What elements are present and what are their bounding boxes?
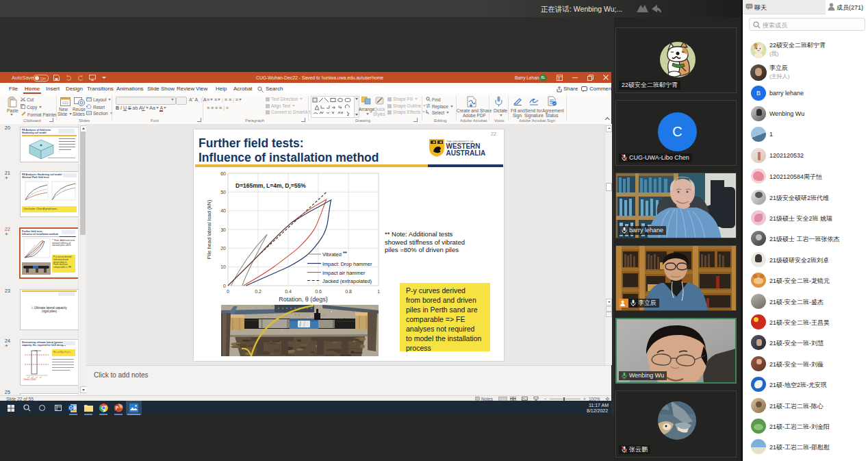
svg-text:D=165mm, L=4m, Dr=55%: D=165mm, L=4m, Dr=55%	[235, 182, 306, 190]
svg-text:40: 40	[220, 208, 226, 213]
svg-text:0: 0	[227, 289, 229, 294]
svg-text:Impact air hammer: Impact air hammer	[322, 270, 366, 276]
svg-text:AUSTRALIA: AUSTRALIA	[446, 149, 486, 157]
svg-text:Jacked (extrapolated): Jacked (extrapolated)	[322, 278, 372, 284]
svg-text:Rotation, θ (degs): Rotation, θ (degs)	[279, 296, 328, 303]
svg-text:20: 20	[220, 246, 226, 251]
svg-text:1: 1	[377, 289, 380, 294]
svg-text:0.6: 0.6	[315, 289, 322, 294]
svg-text:50: 50	[220, 190, 226, 195]
svg-text:P: P	[116, 406, 119, 410]
svg-text:0.2: 0.2	[255, 289, 261, 294]
svg-text:Impact: Drop hammer: Impact: Drop hammer	[322, 261, 372, 267]
svg-text:60: 60	[220, 171, 226, 176]
svg-text:10: 10	[220, 264, 226, 269]
svg-text:30: 30	[220, 227, 226, 232]
svg-text:Pile head lateral load (kN): Pile head lateral load (kN)	[206, 199, 212, 259]
svg-text:0: 0	[223, 284, 226, 288]
svg-text:0.8: 0.8	[345, 289, 352, 294]
svg-text:0.4: 0.4	[285, 289, 292, 294]
